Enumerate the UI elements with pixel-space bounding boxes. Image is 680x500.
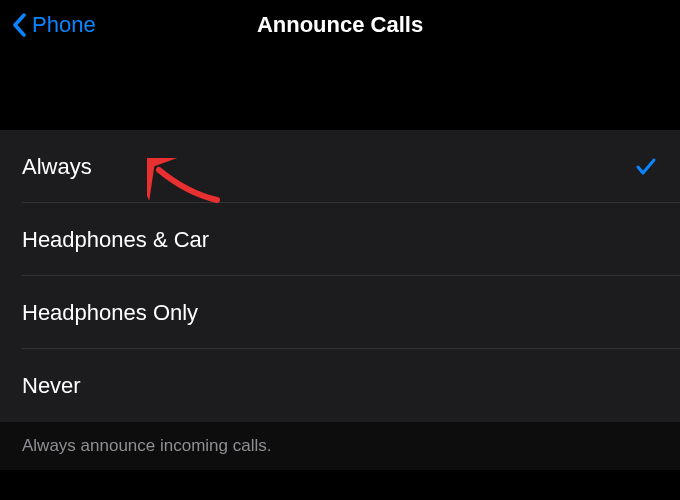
navigation-bar: Phone Announce Calls bbox=[0, 0, 680, 50]
checkmark-icon bbox=[634, 155, 658, 179]
footer-description: Always announce incoming calls. bbox=[22, 436, 658, 456]
option-label: Headphones & Car bbox=[22, 227, 209, 253]
back-label: Phone bbox=[32, 12, 96, 38]
option-headphones-only[interactable]: Headphones Only bbox=[0, 276, 680, 349]
options-list: Always Headphones & Car Headphones Only … bbox=[0, 130, 680, 422]
option-headphones-car[interactable]: Headphones & Car bbox=[0, 203, 680, 276]
section-spacer bbox=[0, 50, 680, 130]
option-label: Headphones Only bbox=[22, 300, 198, 326]
footer-section: Always announce incoming calls. bbox=[0, 422, 680, 470]
chevron-left-icon bbox=[12, 13, 26, 37]
page-title: Announce Calls bbox=[257, 12, 423, 38]
option-label: Always bbox=[22, 154, 92, 180]
back-button[interactable]: Phone bbox=[12, 12, 96, 38]
option-always[interactable]: Always bbox=[0, 130, 680, 203]
option-label: Never bbox=[22, 373, 81, 399]
option-never[interactable]: Never bbox=[0, 349, 680, 422]
